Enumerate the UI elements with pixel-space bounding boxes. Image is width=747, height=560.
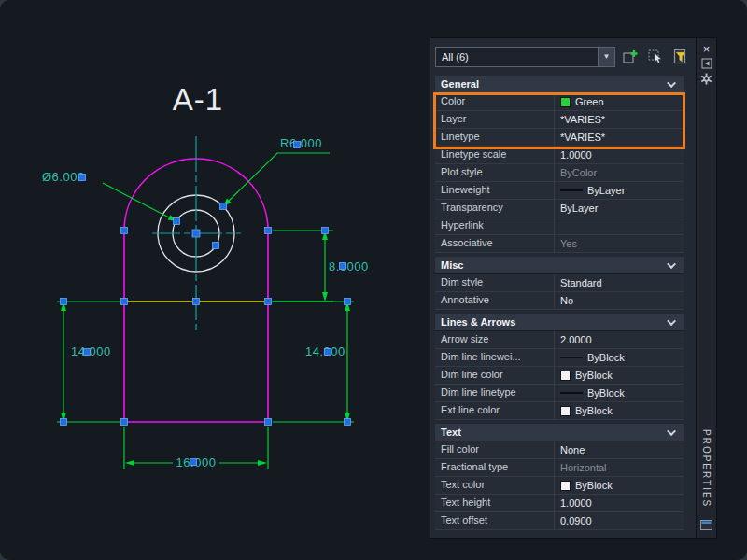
property-row-fill-color[interactable]: Fill color None xyxy=(435,441,684,459)
section-header-lines-arrows[interactable]: Lines & Arrows xyxy=(435,314,684,331)
grip[interactable] xyxy=(220,203,227,210)
property-value[interactable]: 1.0000 xyxy=(555,495,684,511)
grip[interactable] xyxy=(265,228,272,234)
dimension-14-right[interactable] xyxy=(273,301,354,422)
settings-gear-icon[interactable] xyxy=(699,71,714,86)
property-label: Linetype xyxy=(435,129,555,146)
grip[interactable] xyxy=(79,175,86,181)
chevron-down-icon[interactable]: ▼ xyxy=(598,48,614,66)
grip[interactable] xyxy=(345,299,351,305)
select-objects-button[interactable] xyxy=(645,47,666,67)
grip[interactable] xyxy=(121,299,128,305)
property-row-hyperlink[interactable]: Hyperlink xyxy=(435,217,684,235)
property-grid: General Color Green Layer *VARIES* xyxy=(435,76,684,530)
grip[interactable] xyxy=(294,142,301,148)
property-value[interactable]: ByLayer xyxy=(555,200,684,217)
dimension-text-diameter[interactable]: Ø6.000 xyxy=(42,170,85,184)
property-row-text-offset[interactable]: Text offset 0.0900 xyxy=(435,512,684,530)
property-row-dim-line-linetype[interactable]: Dim line linetype ByBlock xyxy=(435,385,684,402)
grip[interactable] xyxy=(265,299,272,305)
lineweight-sample-icon xyxy=(560,189,583,191)
drawing-canvas[interactable]: A-1 8.0000 14.000 xyxy=(0,0,430,560)
grip[interactable] xyxy=(121,228,128,234)
property-value[interactable]: ByBlock xyxy=(555,367,684,384)
property-row-lineweight[interactable]: Lineweight ByLayer xyxy=(435,182,684,200)
quick-select-icon xyxy=(672,49,689,65)
property-row-dim-style[interactable]: Dim style Standard xyxy=(435,274,684,292)
property-value[interactable]: ByBlock xyxy=(555,402,684,419)
grip[interactable] xyxy=(121,419,128,426)
property-row-color[interactable]: Color Green xyxy=(435,93,684,111)
palette-window-icon[interactable] xyxy=(699,517,714,532)
property-value[interactable]: 2.0000 xyxy=(555,331,684,348)
grip[interactable] xyxy=(190,459,197,466)
auto-hide-icon[interactable] xyxy=(699,56,714,71)
section-title: Misc xyxy=(441,259,463,271)
property-row-ext-line-color[interactable]: Ext line color ByBlock xyxy=(435,402,684,420)
chevron-icon[interactable] xyxy=(667,78,676,88)
property-value[interactable]: *VARIES* xyxy=(555,111,684,128)
pickadd-toggle-button[interactable] xyxy=(620,47,641,67)
grip[interactable] xyxy=(174,218,180,225)
chevron-icon[interactable] xyxy=(667,259,676,269)
grip[interactable] xyxy=(322,228,329,234)
grip[interactable] xyxy=(213,243,219,249)
property-value-text: ByBlock xyxy=(575,370,613,381)
section-header-general[interactable]: General xyxy=(435,76,684,93)
property-value[interactable]: Green xyxy=(555,93,684,110)
grip[interactable] xyxy=(192,230,200,237)
property-row-transparency[interactable]: Transparency ByLayer xyxy=(435,200,684,217)
property-value[interactable]: Standard xyxy=(555,274,684,291)
dimension-8[interactable] xyxy=(272,231,333,301)
property-row-arrow-size[interactable]: Arrow size 2.0000 xyxy=(435,331,684,349)
grip[interactable] xyxy=(340,263,346,270)
property-value[interactable] xyxy=(555,217,684,234)
property-row-dim-line-color[interactable]: Dim line color ByBlock xyxy=(435,367,684,385)
property-row-linetype-scale[interactable]: Linetype scale 1.0000 xyxy=(435,147,684,164)
property-row-text-color[interactable]: Text color ByBlock xyxy=(435,477,684,495)
grip[interactable] xyxy=(84,349,91,356)
grip[interactable] xyxy=(61,419,67,426)
section-header-misc[interactable]: Misc xyxy=(435,257,684,274)
property-row-fractional-type[interactable]: Fractional type Horizontal xyxy=(435,459,684,477)
close-icon[interactable]: × xyxy=(699,41,714,56)
diameter-leader[interactable] xyxy=(103,183,169,217)
drawing-title[interactable]: A-1 xyxy=(173,82,223,117)
grip[interactable] xyxy=(325,349,331,356)
property-value[interactable]: ByLayer xyxy=(555,182,684,199)
radius-leader[interactable] xyxy=(223,153,330,206)
property-value[interactable]: ByBlock xyxy=(555,349,684,366)
dimension-text-14-left[interactable]: 14.000 xyxy=(71,344,111,358)
grip[interactable] xyxy=(265,419,272,426)
property-row-associative[interactable]: Associative Yes xyxy=(435,235,684,253)
dimension-text-8[interactable]: 8.0000 xyxy=(329,259,369,273)
chevron-icon[interactable] xyxy=(667,427,676,436)
section-header-text[interactable]: Text xyxy=(435,424,684,441)
palette-title: PROPERTIES xyxy=(701,429,712,508)
grip[interactable] xyxy=(61,299,67,305)
property-row-plot-style[interactable]: Plot style ByColor xyxy=(435,164,684,182)
property-value[interactable]: ByBlock xyxy=(555,477,684,494)
quick-select-button[interactable] xyxy=(670,47,691,67)
property-value[interactable]: None xyxy=(555,441,684,458)
dimension-14-left[interactable] xyxy=(57,301,120,422)
grip[interactable] xyxy=(193,299,200,305)
property-label: Dim line color xyxy=(435,367,555,384)
property-value[interactable]: 0.0900 xyxy=(555,512,684,529)
grip[interactable] xyxy=(345,419,351,426)
property-row-layer[interactable]: Layer *VARIES* xyxy=(435,111,684,129)
property-row-text-height[interactable]: Text height 1.0000 xyxy=(435,495,684,512)
selection-dropdown[interactable]: All (6) ▼ xyxy=(435,47,615,67)
property-value-text: No xyxy=(560,295,573,306)
chevron-icon[interactable] xyxy=(667,316,676,326)
property-value[interactable]: No xyxy=(555,292,684,309)
property-row-linetype[interactable]: Linetype *VARIES* xyxy=(435,129,684,147)
property-row-dim-line-lineweight[interactable]: Dim line linewei... ByBlock xyxy=(435,349,684,367)
property-value[interactable]: *VARIES* xyxy=(555,129,684,146)
section-text: Text Fill color None Fractional type Hor… xyxy=(435,424,684,530)
dimension-text-radius[interactable]: R6.000 xyxy=(280,136,322,150)
property-value[interactable]: 1.0000 xyxy=(555,147,684,163)
property-row-annotative[interactable]: Annotative No xyxy=(435,292,684,310)
property-value[interactable]: ByBlock xyxy=(555,385,684,401)
section-title: Lines & Arrows xyxy=(441,316,515,328)
